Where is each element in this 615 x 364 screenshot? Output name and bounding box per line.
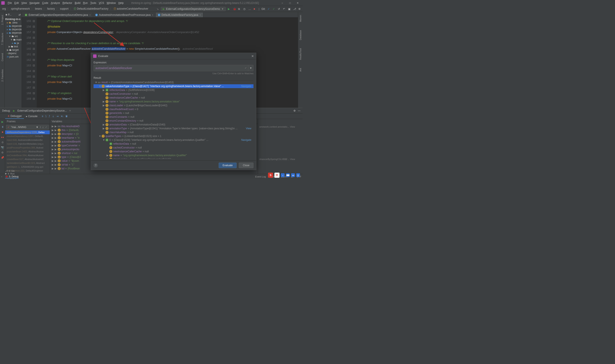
update-icon[interactable]: ↺ — [278, 7, 281, 11]
menu-refactor[interactable]: Refactor — [61, 1, 73, 4]
stack-frame[interactable]: inject:116, InjectionMetadata (org.s — [5, 142, 50, 146]
ime-icon[interactable]: S — [268, 173, 273, 178]
rail-7--structure[interactable]: 7: Structure — [1, 32, 4, 46]
result-node[interactable]: ▶f name = "org.springframework.beans.fac… — [94, 153, 254, 157]
revert-icon[interactable]: ↶ — [283, 7, 286, 11]
debug-settings-icon[interactable]: ⚙ — [294, 109, 296, 112]
tree-row[interactable]: ▸ 🖿 dependen — [5, 31, 22, 35]
evaluate-button[interactable]: Evaluate — [219, 163, 237, 168]
dialog-close-icon[interactable]: ✕ — [251, 54, 254, 58]
status-9--git[interactable]: ⎇ 9: Git — [5, 169, 19, 172]
breadcrumb[interactable]: ⓕ autowireCandidateResolver — [113, 7, 149, 10]
menu-analyze[interactable]: Analyze — [50, 1, 61, 4]
tray-icon[interactable]: ▭ — [291, 173, 295, 177]
menu-build[interactable]: Build — [73, 1, 82, 4]
settings-icon[interactable]: ⚙ — [1, 151, 4, 154]
stop-debug-icon[interactable]: ■ — [2, 130, 3, 134]
help-button[interactable]: ? — [94, 163, 98, 168]
stack-frame[interactable]: getObject:-1, 1256440269 (org.spri — [5, 165, 50, 169]
pause-icon[interactable]: ⏸ — [1, 125, 4, 129]
result-node[interactable]: ▼oo result = {ContextAnnotationAutowireC… — [94, 80, 254, 84]
minimize-button[interactable]: – — [281, 1, 284, 4]
rail-1--project[interactable]: 1: Project — [1, 14, 4, 26]
breadcrumb[interactable]: factory — [46, 7, 56, 10]
tree-row[interactable]: m pom.xm — [5, 55, 22, 58]
thread-selector[interactable]: ✓"mai...NNING▼ ↑↓⟋ — [6, 125, 49, 130]
debug-icon[interactable]: 🐞 — [233, 7, 236, 11]
rail-database[interactable]: Database — [299, 29, 302, 41]
result-node[interactable]: ▼≡ 0 = {Class@1528} "interface org.sprin… — [94, 138, 254, 142]
result-node[interactable]: ▼f valueAnnotationType = {Class@1427} "i… — [94, 84, 254, 88]
close-dialog-button[interactable]: Close — [239, 163, 254, 168]
editor-tab[interactable]: cExternalConfigurationDependencySourceDe… — [23, 13, 93, 17]
result-node[interactable]: ▶f classLoader = {Launcher$AppClassLoade… — [94, 104, 254, 107]
history-icon[interactable]: ▣ — [288, 7, 291, 11]
menu-navigate[interactable]: Navigate — [28, 1, 41, 4]
coverage-icon[interactable]: ⧉ — [238, 7, 241, 11]
stack-frame[interactable]: lambda$doGetBean$0:323, Abstract — [5, 161, 50, 165]
tray-icon[interactable]: ♪ — [281, 173, 285, 177]
menu-help[interactable]: Help — [117, 1, 125, 4]
result-node[interactable]: f cachedConstructor = null — [94, 92, 254, 96]
result-node[interactable]: ▶≡ reflectionData = {SoftReference@1539} — [94, 88, 254, 92]
rail-restfultool[interactable]: RestfulTool — [299, 47, 302, 61]
stack-frame[interactable]: inject:640, AutowiredAnnotationBe — [5, 138, 50, 142]
breadcrumb[interactable]: Ⓒ DefaultListableBeanFactory — [73, 7, 109, 10]
result-node[interactable]: f enumConstantDirectory = null — [94, 119, 254, 123]
stack-frame[interactable]: createBean:517, AbstractAutowireC — [5, 157, 50, 161]
rail-commit[interactable]: Commit — [1, 52, 4, 62]
stack-frame[interactable]: doResolveDependency:1231, Defau — [5, 130, 50, 134]
run-config-selector[interactable]: ▶ ExternalConfigurationDependencySourceD… — [161, 7, 226, 11]
tree-row[interactable]: ▸ 🖿 .idea — [5, 21, 22, 24]
result-node[interactable]: f classRedefinedCount = 0 — [94, 107, 254, 111]
result-node[interactable]: ▶f name = "org.springframework.beans.fac… — [94, 100, 254, 104]
result-node[interactable]: ▶f annotationData = {Class$AnnotationDat… — [94, 123, 254, 127]
get-thread-dump-icon[interactable]: 📷 — [1, 146, 4, 149]
stack-frame[interactable]: postProcessProperties:399, Autowi — [5, 146, 50, 150]
result-node[interactable]: f enumConstants = null — [94, 115, 254, 119]
result-node[interactable]: f cachedConstructor = null — [94, 146, 254, 150]
commit-icon[interactable]: ✓ — [267, 7, 270, 11]
breadcrumb[interactable]: springframework — [10, 7, 31, 10]
maximize-button[interactable]: □ — [289, 1, 292, 4]
rail-ant[interactable]: Ant — [299, 67, 302, 73]
result-node[interactable]: ▼f qualifierTypes = {LinkedHashSet@1523}… — [94, 134, 254, 138]
editor-tab[interactable]: cDefaultListableBeanFactory.java× — [156, 13, 203, 17]
result-node[interactable]: ≡ reflectionData = null — [94, 142, 254, 146]
editor-tab[interactable]: cAutowiredAnnotationBeanPostProcessor.ja… — [93, 13, 156, 17]
menu-view[interactable]: View — [20, 1, 28, 4]
step-over-icon[interactable]: ≡ — [42, 115, 43, 118]
status-6--todo[interactable]: ≡ 6: TODO — [5, 178, 19, 179]
attach-icon[interactable]: … — [248, 7, 251, 11]
eval-icon[interactable]: 🖩 — [65, 115, 68, 118]
result-node[interactable]: ▶f classLoader = {Launcher$AppClassLoade… — [94, 157, 254, 159]
force-step-icon[interactable]: ⇣ — [52, 115, 54, 118]
run-cursor-icon[interactable]: ⇥ — [56, 115, 58, 118]
debugger-tab[interactable]: ⏸ Debugger — [5, 114, 24, 119]
result-node[interactable]: f classValueMap = null — [94, 130, 254, 134]
tree-row[interactable]: ▶ 🖿 test — [5, 45, 22, 48]
tree-row[interactable]: ▸ 🖿 depende — [5, 24, 22, 28]
tree-row[interactable]: ▸ 🖿 dependen — [5, 28, 22, 31]
expression-input[interactable]: autowireCandidateResolver ⤢ — [94, 65, 248, 71]
event-log[interactable]: Event Log — [255, 175, 266, 178]
step-out-icon[interactable]: ⤴ — [49, 115, 50, 118]
tree-row[interactable]: thinking-in-s — [5, 17, 22, 21]
tree-row[interactable]: ▶ 🖿 target — [5, 48, 22, 52]
profile-icon[interactable]: ◷ — [243, 7, 246, 11]
run-icon[interactable]: ▶ — [228, 7, 231, 11]
result-node[interactable]: ▶f annotationType = {AnnotationType@1541… — [94, 127, 254, 130]
debug-minimize-icon[interactable]: — — [298, 109, 300, 112]
result-node[interactable]: f genericInfo = null — [94, 111, 254, 115]
resume-icon[interactable]: ▶ — [1, 120, 3, 123]
menu-window[interactable]: Window — [105, 1, 117, 4]
rail-2--favorites[interactable]: 2: Favorites — [1, 68, 4, 82]
expression-history-dropdown[interactable]: ▼ — [248, 65, 254, 71]
stack-frame[interactable]: doCreateBean:594, AbstractAutowi — [5, 153, 50, 157]
tray-icon[interactable]: ▯ — [296, 173, 300, 177]
stack-frame[interactable]: populateBean:1422, AbstractAutow — [5, 150, 50, 153]
project-tree[interactable]: ■P...⇄ thinking-in-s▸ 🖿 .idea▸ 🖿 depende… — [5, 12, 22, 108]
branch-icon[interactable]: ⎇ — [293, 7, 296, 11]
breadcrumb[interactable]: org — [1, 7, 7, 10]
pin-icon[interactable]: 📌 — [1, 156, 4, 159]
